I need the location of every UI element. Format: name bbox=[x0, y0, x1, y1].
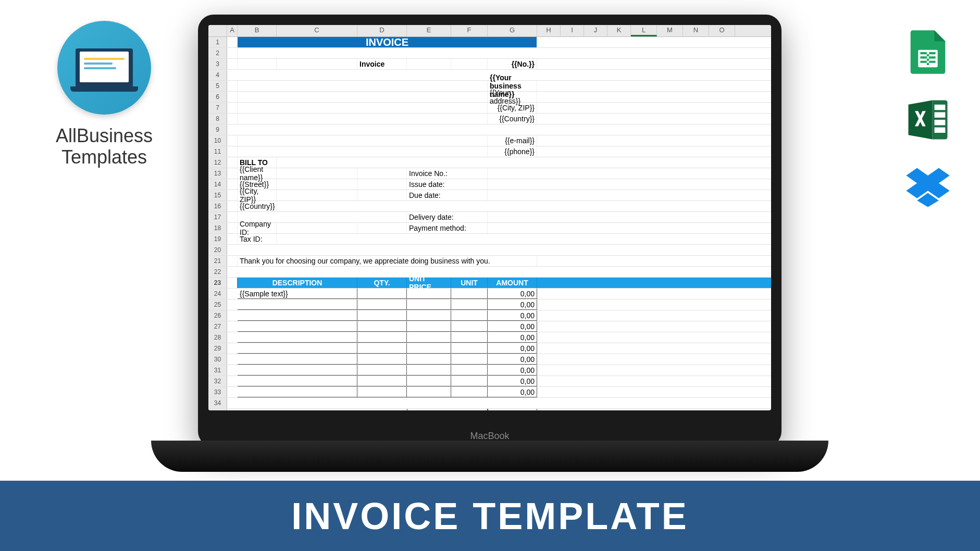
issue-date: Issue date: bbox=[407, 179, 488, 190]
col-A[interactable]: A bbox=[227, 25, 238, 36]
banner-title: INVOICE TEMPLATE bbox=[291, 495, 689, 537]
amount-cell[interactable]: 0,00 bbox=[488, 376, 537, 386]
app-icons-sidebar bbox=[902, 26, 954, 214]
amount-cell[interactable]: 0,00 bbox=[488, 321, 537, 332]
col-O[interactable]: O bbox=[709, 25, 735, 36]
svg-rect-4 bbox=[935, 128, 946, 133]
table-cell[interactable] bbox=[238, 299, 357, 310]
due-date: Due date: bbox=[407, 190, 488, 201]
col-C[interactable]: C bbox=[277, 25, 357, 36]
hdr-unit: UNIT bbox=[451, 278, 488, 288]
col-B[interactable]: B bbox=[238, 25, 277, 36]
country[interactable]: {{Country}} bbox=[488, 114, 537, 124]
subtotal-label: Subtotal bbox=[407, 409, 488, 410]
amount-cell[interactable]: 0,00 bbox=[488, 310, 537, 321]
col-H[interactable]: H bbox=[537, 25, 561, 36]
brand-logo: AllBusinessTemplates bbox=[36, 21, 172, 168]
invoice-title: INVOICE bbox=[238, 37, 537, 47]
client-name[interactable]: {{Client name}} bbox=[238, 168, 277, 179]
logo-laptop-icon bbox=[76, 48, 133, 87]
address[interactable]: {{Your address}} bbox=[488, 92, 537, 102]
brand-name: AllBusinessTemplates bbox=[36, 125, 172, 168]
amount-cell[interactable]: 0,00 bbox=[488, 332, 537, 343]
amount-cell[interactable]: 0,00 bbox=[488, 343, 537, 354]
col-F[interactable]: F bbox=[451, 25, 488, 36]
macbook-brand: MacBook bbox=[198, 431, 781, 442]
spreadsheet-app: A B C D E F G H I J K L M N O 1INVOICE 2… bbox=[208, 25, 771, 410]
amount-cell[interactable]: 0,00 bbox=[488, 365, 537, 375]
notes-label: Notes bbox=[238, 409, 277, 410]
city-zip[interactable]: {{City, ZIP}} bbox=[488, 103, 537, 113]
email[interactable]: {{e-mail}} bbox=[488, 135, 537, 146]
hdr-amount: AMOUNT bbox=[488, 278, 537, 288]
tax-id: Tax ID: bbox=[238, 234, 277, 244]
table-cell[interactable] bbox=[357, 289, 407, 299]
dropbox-icon bbox=[902, 161, 954, 214]
excel-icon bbox=[902, 94, 954, 146]
subtotal-val[interactable]: 0,00 bbox=[488, 409, 537, 410]
client-country[interactable]: {{Country}} bbox=[238, 201, 277, 211]
invoice-no-label: Invoice No.: bbox=[407, 168, 488, 179]
col-I[interactable]: I bbox=[561, 25, 584, 36]
delivery-date: Delivery date: bbox=[407, 212, 488, 222]
col-L[interactable]: L bbox=[631, 25, 657, 36]
col-G[interactable]: G bbox=[488, 25, 537, 36]
company-id: Company ID: bbox=[238, 223, 277, 233]
amount-cell[interactable]: 0,00 bbox=[488, 299, 537, 310]
amount-cell[interactable]: 0,00 bbox=[488, 354, 537, 365]
col-K[interactable]: K bbox=[607, 25, 631, 36]
payment-method: Payment method: bbox=[407, 223, 488, 233]
invoice-label: Invoice bbox=[357, 59, 407, 69]
amount-cell[interactable]: 0,00 bbox=[488, 289, 537, 299]
col-E[interactable]: E bbox=[407, 25, 451, 36]
phone[interactable]: {{phone}} bbox=[488, 146, 537, 157]
sample-text[interactable]: {{Sample text}} bbox=[238, 289, 357, 299]
column-headers: A B C D E F G H I J K L M N O bbox=[208, 25, 771, 37]
col-J[interactable]: J bbox=[584, 25, 607, 36]
logo-circle bbox=[57, 21, 151, 115]
svg-rect-3 bbox=[935, 120, 946, 125]
hdr-price: UNIT PRICE bbox=[407, 278, 451, 288]
laptop-mockup: A B C D E F G H I J K L M N O 1INVOICE 2… bbox=[198, 15, 781, 447]
hdr-description: DESCRIPTION bbox=[238, 278, 357, 288]
thank-you: Thank you for choosing our company, we a… bbox=[238, 256, 537, 266]
laptop-base bbox=[151, 441, 828, 472]
bottom-banner: INVOICE TEMPLATE bbox=[0, 481, 980, 551]
col-N[interactable]: N bbox=[683, 25, 709, 36]
amount-cell[interactable]: 0,00 bbox=[488, 387, 537, 397]
svg-rect-2 bbox=[935, 112, 946, 117]
client-city[interactable]: {{City, ZIP}} bbox=[238, 190, 277, 201]
google-sheets-icon bbox=[902, 26, 954, 78]
svg-rect-1 bbox=[935, 105, 946, 110]
table-cell[interactable] bbox=[451, 289, 488, 299]
col-D[interactable]: D bbox=[357, 25, 407, 36]
hdr-qty: QTY. bbox=[357, 278, 407, 288]
table-cell[interactable] bbox=[407, 289, 451, 299]
invoice-no-ph[interactable]: {{No.}} bbox=[488, 59, 537, 69]
col-M[interactable]: M bbox=[657, 25, 683, 36]
